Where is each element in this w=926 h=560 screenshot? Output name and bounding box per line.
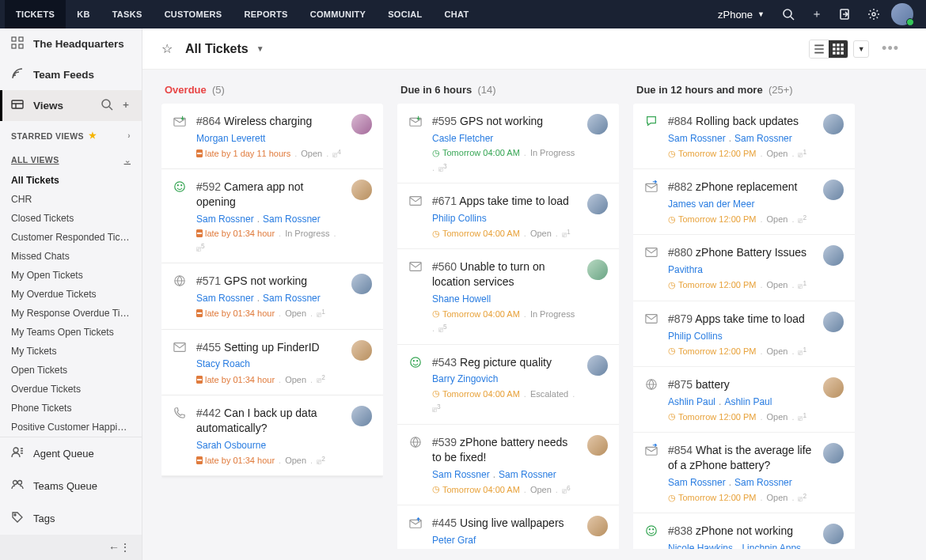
view-link[interactable]: Closed Tickets [0,209,142,228]
ticket-card[interactable]: #882 zPhone replacement James van der Me… [633,169,855,235]
ticket-card[interactable]: #864 Wireless charging Morgan Leverett l… [161,104,383,169]
ticket-card[interactable]: #879 Apps take time to load Philip Colli… [633,301,855,367]
person-link[interactable]: Sam Rossner [499,469,556,480]
assignee-avatar[interactable] [823,524,844,544]
assignee-avatar[interactable] [587,194,608,214]
ticket-card[interactable]: #875 battery Ashlin Paul.Ashlin Paul ◷To… [633,367,855,433]
nav-reports[interactable]: REPORTS [233,0,298,28]
view-link[interactable]: My Response Overdue Tic... [0,304,142,323]
view-link[interactable]: Positive Customer Happin... [0,418,142,437]
view-link[interactable]: Phone Tickets [0,399,142,418]
view-options-dd[interactable]: ▼ [853,40,869,58]
plus-icon[interactable]: ＋ [121,98,131,113]
person-link[interactable]: Stacy Roach [196,358,250,369]
view-link[interactable]: My Teams Open Tickets [0,323,142,342]
person-link[interactable]: Barry Zingovich [432,373,498,384]
view-link[interactable]: All Tickets [0,171,142,190]
sidebar-tags[interactable]: Tags [0,502,142,535]
person-link[interactable]: Sam Rossner [196,214,254,225]
star-view-icon[interactable]: ☆ [161,41,173,56]
ticket-card[interactable]: #854 What is the average life of a zPhon… [633,433,855,513]
ticket-card[interactable]: #880 zPhone Battery Issues Pavithra ◷Tom… [633,235,855,301]
workspace-dropdown[interactable]: zPhone ▼ [712,9,771,21]
gear-icon[interactable] [863,3,885,25]
person-link[interactable]: Casle Fletcher [432,133,493,144]
person-link[interactable]: Philip Collins [668,331,723,342]
nav-tasks[interactable]: TASKS [101,0,154,28]
board-view-btn[interactable] [829,40,848,58]
nav-customers[interactable]: CUSTOMERS [154,0,233,28]
view-link[interactable]: My Tickets [0,342,142,361]
assignee-avatar[interactable] [823,443,844,464]
person-link[interactable]: Pavithra [668,264,703,275]
person-link[interactable]: Sam Rossner [263,293,321,304]
person-link[interactable]: Ashlin Paul [724,396,772,407]
assignee-avatar[interactable] [823,180,844,200]
assignee-avatar[interactable] [823,245,844,266]
ticket-card[interactable]: #442 Can I back up data automatically? S… [161,395,383,476]
person-link[interactable]: Peter Graf [432,535,476,546]
ticket-card[interactable]: #671 Apps take time to load Philip Colli… [397,184,619,249]
person-link[interactable]: Sam Rossner [734,133,792,144]
assignee-avatar[interactable] [587,114,608,134]
column-body[interactable]: #884 Rolling back updates Sam Rossner.Sa… [633,104,855,549]
assignee-avatar[interactable] [587,516,608,536]
ticket-card[interactable]: #884 Rolling back updates Sam Rossner.Sa… [633,104,855,169]
assignee-avatar[interactable] [351,406,372,426]
ticket-card[interactable]: #560 Unable to turn on location services… [397,249,619,344]
assignee-avatar[interactable] [823,114,844,134]
assignee-avatar[interactable] [351,180,372,200]
sidebar-headquarters[interactable]: The Headquarters [0,28,142,59]
ticket-card[interactable]: #539 zPhone battery needs to be fixed! S… [397,425,619,505]
assignee-avatar[interactable] [823,312,844,332]
view-link[interactable]: My Overdue Tickets [0,285,142,304]
assignee-avatar[interactable] [351,274,372,294]
collapse-sidebar[interactable]: ←⋮ [0,535,142,560]
ticket-card[interactable]: #838 zPhone not working Nicole Hawkins.L… [633,513,855,549]
more-icon[interactable]: ••• [874,40,907,57]
view-title-dropdown[interactable]: All Tickets ▼ [185,42,264,56]
search-icon[interactable] [101,98,113,113]
ticket-card[interactable]: #592 Camera app not opening Sam Rossner.… [161,169,383,263]
assignee-avatar[interactable] [351,114,372,134]
person-link[interactable]: Ashlin Paul [668,396,715,407]
nav-tickets[interactable]: TICKETS [5,0,66,28]
list-view-btn[interactable] [810,40,829,58]
view-link[interactable]: CHR [0,190,142,209]
nav-community[interactable]: COMMUNITY [299,0,378,28]
ticket-card[interactable]: #543 Reg picture quality Barry Zingovich… [397,345,619,425]
view-link[interactable]: Customer Responded Tick... [0,228,142,247]
person-link[interactable]: Sam Rossner [668,477,726,488]
view-link[interactable]: Overdue Tickets [0,380,142,399]
ticket-card[interactable]: #455 Setting up FinderID Stacy Roach lat… [161,330,383,395]
ticket-card[interactable]: #595 GPS not working Casle Fletcher ◷Tom… [397,104,619,184]
column-body[interactable]: #864 Wireless charging Morgan Leverett l… [161,104,383,549]
person-link[interactable]: Linchpin Apps [742,543,801,549]
external-icon[interactable] [834,3,856,25]
person-link[interactable]: Philip Collins [432,213,487,224]
nav-kb[interactable]: KB [66,0,101,28]
person-link[interactable]: Sarah Osbourne [196,440,266,451]
assignee-avatar[interactable] [587,435,608,456]
nav-chat[interactable]: CHAT [434,0,480,28]
view-link[interactable]: Missed Chats [0,247,142,266]
person-link[interactable]: Sam Rossner [432,469,490,480]
search-icon[interactable] [777,3,799,25]
view-link[interactable]: Open Tickets [0,361,142,380]
ticket-card[interactable]: #445 Using live wallpapers Peter Graf ◷T… [397,505,619,549]
person-link[interactable]: Sam Rossner [734,477,792,488]
nav-social[interactable]: SOCIAL [377,0,433,28]
view-link[interactable]: My Open Tickets [0,266,142,285]
person-link[interactable]: Shane Howell [432,293,491,305]
person-link[interactable]: Sam Rossner [196,293,254,304]
person-link[interactable]: Morgan Leverett [196,133,265,144]
person-link[interactable]: Sam Rossner [668,133,726,144]
starred-views-header[interactable]: STARRED VIEWS ★ › [0,121,142,146]
assignee-avatar[interactable] [351,340,372,361]
all-views-header[interactable]: ALL VIEWS ⌄ [0,146,142,169]
sidebar-views[interactable]: Views ＋ [0,90,142,121]
assignee-avatar[interactable] [587,259,608,280]
sidebar-agent-queue[interactable]: Agent Queue [0,437,142,470]
user-avatar[interactable] [891,3,913,25]
person-link[interactable]: Nicole Hawkins [668,543,733,549]
